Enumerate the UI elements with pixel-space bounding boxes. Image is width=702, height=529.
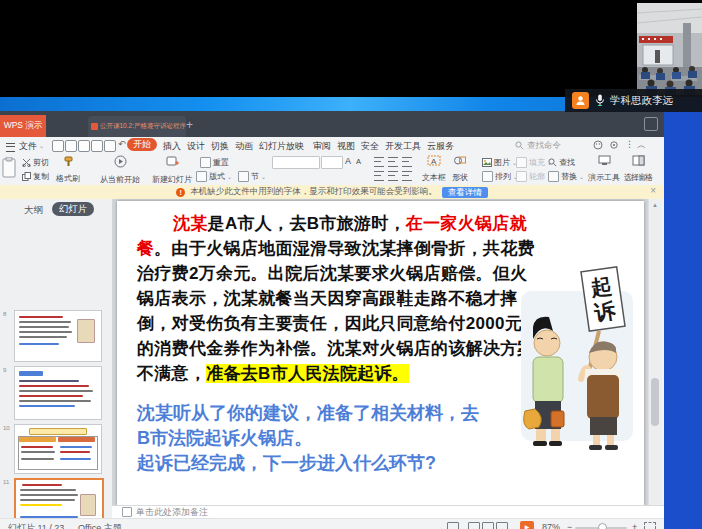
scrollbar-thumb[interactable] xyxy=(651,378,659,426)
vertical-scrollbar[interactable]: ▲ xyxy=(648,199,662,518)
numbering-icon[interactable] xyxy=(388,171,398,181)
menu-tab-devtools[interactable]: 开发工具 xyxy=(385,140,421,153)
new-slide-icon xyxy=(166,155,179,168)
outline-icon xyxy=(516,171,527,182)
preview-icon[interactable] xyxy=(104,140,116,152)
shapes-button[interactable]: 形状 xyxy=(452,155,468,184)
new-slide-button[interactable]: 新建幻灯片 xyxy=(152,155,192,186)
menu-tab-cloud[interactable]: 云服务 xyxy=(427,140,454,153)
undo-icon[interactable]: ↶ xyxy=(118,139,126,149)
present-tools-button[interactable]: 演示工具 xyxy=(588,155,620,184)
menu-tab-home[interactable]: 开始 xyxy=(127,138,157,151)
search-commands-input[interactable]: 查找命令 xyxy=(527,140,561,152)
meeting-video-thumbnail[interactable] xyxy=(637,3,702,95)
slide-thumbnail-9[interactable] xyxy=(14,366,102,420)
notes-toggle-icon[interactable] xyxy=(447,522,459,529)
normal-view-icon[interactable] xyxy=(468,522,480,529)
menu-file[interactable]: 文件 xyxy=(19,140,37,153)
arrange-button[interactable]: 排列⌄ xyxy=(482,170,518,182)
textbox-button[interactable]: A 文本框 xyxy=(422,155,446,184)
notes-bar[interactable]: 单击此处添加备注 xyxy=(112,505,664,518)
new-tab-button[interactable]: + xyxy=(186,119,193,131)
lawsuit-cartoon-illustration: 起 诉 xyxy=(515,261,641,457)
slide-thumbnail-8[interactable] xyxy=(14,310,102,362)
theme-icon[interactable] xyxy=(593,140,603,150)
font-warning-bar: ! 本机缺少此文件中用到的字体，显示和打印效果可能会受到影响。 查看详情 × xyxy=(0,185,664,199)
microphone-icon xyxy=(595,94,605,107)
notice-close-icon[interactable]: × xyxy=(650,185,656,196)
status-bar: 幻灯片 11 / 23 Office 主题 ▶ 87% ⌄ − + xyxy=(0,518,664,529)
collapse-ribbon-icon[interactable]: ︿ xyxy=(637,139,646,152)
save-icon[interactable] xyxy=(65,140,77,152)
slide-sorter-icon[interactable] xyxy=(482,522,494,529)
scroll-up-icon[interactable]: ▲ xyxy=(652,202,658,208)
window-control-icon[interactable] xyxy=(644,117,658,131)
fit-to-window-icon[interactable] xyxy=(644,522,656,529)
font-size-select[interactable] xyxy=(321,156,343,169)
slideshow-play-button[interactable]: ▶ xyxy=(520,521,534,529)
align-right-icon[interactable] xyxy=(402,157,412,167)
tab-outline[interactable]: 大纲 xyxy=(24,204,43,217)
settings-gear-icon[interactable] xyxy=(609,140,619,150)
zoom-out-icon[interactable]: − xyxy=(567,522,572,529)
align-center-icon[interactable] xyxy=(388,157,398,167)
document-tab[interactable]: 公开课10.2:严格遵守诉讼程序 ▫ × xyxy=(88,116,186,137)
menu-tab-design[interactable]: 设计 xyxy=(187,140,205,153)
bullets-icon[interactable] xyxy=(374,171,384,181)
reset-button[interactable]: 重置 xyxy=(200,156,229,168)
export-icon[interactable] xyxy=(78,140,90,152)
menu-tab-review[interactable]: 审阅 xyxy=(313,140,331,153)
layout-icon xyxy=(196,171,207,182)
section-button[interactable]: 节⌄ xyxy=(238,170,266,182)
menu-tab-animation[interactable]: 动画 xyxy=(235,140,253,153)
zoom-slider-thumb[interactable] xyxy=(598,523,607,529)
font-name-select[interactable] xyxy=(272,156,320,169)
format-painter-icon xyxy=(63,156,74,167)
reading-view-icon[interactable] xyxy=(496,522,508,529)
copy-button[interactable]: 复制 xyxy=(22,170,49,182)
arrange-icon xyxy=(482,171,493,182)
theme-name: Office 主题 xyxy=(78,522,122,529)
selection-pane-button[interactable]: 选择窗格 xyxy=(624,155,652,184)
meeting-participant-bar[interactable]: 学科思政李远 xyxy=(565,89,702,112)
menu-tab-insert[interactable]: 插入 xyxy=(163,140,181,153)
zoom-percent[interactable]: 87% xyxy=(542,522,560,529)
view-details-button[interactable]: 查看详情 xyxy=(442,187,488,198)
menu-tab-view[interactable]: 视图 xyxy=(337,140,355,153)
shrink-font-button[interactable]: A xyxy=(356,157,361,166)
monitor-icon xyxy=(598,155,611,166)
app-tab-wps[interactable]: WPS 演示 xyxy=(0,115,46,137)
case-text-highlighted: 准备去B市人民法院起诉。 xyxy=(206,364,409,383)
layout-button[interactable]: 版式⌄ xyxy=(196,170,232,182)
open-icon[interactable] xyxy=(52,140,64,152)
slide[interactable]: 沈某是A市人，去B市旅游时，在一家火锅店就餐。由于火锅店地面湿滑导致沈某摔倒骨折… xyxy=(117,201,644,505)
cut-button[interactable]: 剪切 xyxy=(22,156,49,168)
section-icon xyxy=(238,171,249,182)
menu-tab-transition[interactable]: 切换 xyxy=(211,140,229,153)
slide-thumbnail-10[interactable] xyxy=(14,424,102,474)
grow-font-button[interactable]: A xyxy=(345,156,351,166)
line-spacing-icon[interactable] xyxy=(402,171,412,181)
thumb-number: 11 xyxy=(3,479,9,485)
case-text: 是A市人，去B市旅游时， xyxy=(208,214,406,233)
print-icon[interactable] xyxy=(91,140,103,152)
picture-button[interactable]: 图片⌄ xyxy=(482,156,517,168)
case-text-red: 沈某 xyxy=(173,214,208,233)
zoom-in-icon[interactable]: + xyxy=(632,522,637,529)
thumb-number: 8 xyxy=(3,311,6,317)
case-paragraph: 沈某是A市人，去B市旅游时，在一家火锅店就餐。由于火锅店地面湿滑导致沈某摔倒骨折… xyxy=(137,211,535,386)
play-from-current-button[interactable]: 从当前开始 xyxy=(100,155,140,186)
hamburger-icon[interactable] xyxy=(6,143,15,152)
find-button[interactable]: 查找 xyxy=(548,156,575,168)
menu-tab-slideshow[interactable]: 幻灯片放映 xyxy=(259,140,304,153)
align-left-icon[interactable] xyxy=(374,157,384,167)
menu-tab-security[interactable]: 安全 xyxy=(361,140,379,153)
more-menu-icon[interactable]: ⋮ xyxy=(625,139,634,149)
format-painter-button[interactable]: 格式刷 xyxy=(56,156,80,185)
replace-button[interactable]: 替换⌄ xyxy=(548,170,584,182)
slide-thumbnail-panel: 大纲 幻灯片 8 9 10 xyxy=(0,199,113,518)
tab-slides[interactable]: 幻灯片 xyxy=(52,202,94,216)
paste-icon[interactable] xyxy=(2,157,17,179)
case-text: 。由于火锅店地面湿滑导致沈某摔倒骨折，共花费治疗费2万余元。出院后沈某要求火锅店… xyxy=(137,239,535,383)
ribbon-toolbar: 剪切 复制 格式刷 从当前开始 新建幻灯片 重置 xyxy=(0,154,664,186)
